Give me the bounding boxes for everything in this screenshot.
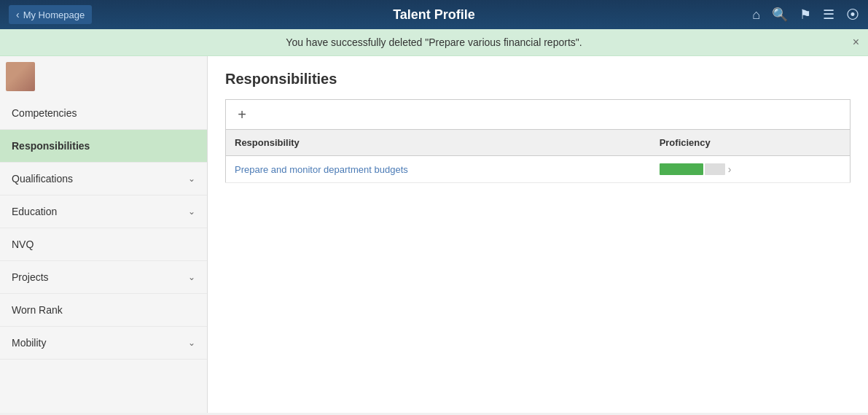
bar-filled: [660, 163, 703, 175]
sidebar-item-competencies[interactable]: Competencies: [0, 97, 207, 130]
search-icon[interactable]: 🔍: [772, 7, 788, 23]
section-title: Responsibilities: [225, 71, 851, 88]
add-responsibility-button[interactable]: +: [227, 101, 257, 128]
avatar: [6, 62, 35, 91]
back-button[interactable]: ‹ My Homepage: [9, 5, 92, 24]
sidebar-label-competencies: Competencies: [12, 107, 77, 119]
nav-icons: ⌂ 🔍 ⚑ ☰ ⦿: [752, 7, 859, 23]
sidebar-item-projects[interactable]: Projects ⌄: [0, 261, 207, 294]
proficiency-cell: ›: [651, 156, 851, 183]
proficiency-bar-container: ›: [660, 163, 841, 175]
table-row[interactable]: Prepare and monitor department budgets ›: [226, 156, 851, 183]
sidebar-item-education[interactable]: Education ⌄: [0, 195, 207, 228]
sidebar-label-nvq: NVQ: [12, 238, 34, 250]
menu-icon[interactable]: ☰: [823, 7, 834, 23]
top-nav: ‹ My Homepage Talent Profile ⌂ 🔍 ⚑ ☰ ⦿: [0, 0, 868, 29]
sidebar-label-worn-rank: Worn Rank: [12, 304, 63, 316]
chevron-down-icon: ⌄: [188, 206, 195, 217]
bar-empty: [705, 163, 725, 175]
chevron-down-icon: ⌄: [188, 174, 195, 184]
back-arrow-icon: ‹: [16, 9, 20, 20]
sidebar-label-responsibilities: Responsibilities: [12, 140, 90, 152]
page-title: Talent Profile: [393, 7, 475, 23]
back-label: My Homepage: [23, 9, 85, 20]
sidebar-label-qualifications: Qualifications: [12, 173, 73, 185]
row-chevron-icon: ›: [728, 163, 732, 175]
sidebar-label-education: Education: [12, 206, 57, 217]
compass-icon[interactable]: ⦿: [846, 7, 859, 23]
chevron-down-icon: ⌄: [188, 338, 195, 348]
success-banner: You have successfully deleted "Prepare v…: [0, 29, 868, 56]
responsibilities-table: Responsibility Proficiency Prepare and m…: [225, 129, 851, 183]
success-message: You have successfully deleted "Prepare v…: [286, 36, 582, 48]
col-header-responsibility: Responsibility: [226, 130, 651, 156]
table-header-row: Responsibility Proficiency: [226, 130, 851, 156]
sidebar-item-qualifications[interactable]: Qualifications ⌄: [0, 163, 207, 195]
sidebar-item-responsibilities[interactable]: Responsibilities: [0, 130, 207, 163]
sidebar-item-nvq[interactable]: NVQ: [0, 228, 207, 261]
content-area: Responsibilities + Responsibility Profic…: [208, 56, 868, 413]
responsibility-cell: Prepare and monitor department budgets: [226, 156, 651, 183]
nav-left: ‹ My Homepage: [9, 5, 92, 24]
close-banner-button[interactable]: ×: [853, 36, 859, 49]
responsibility-link[interactable]: Prepare and monitor department budgets: [235, 164, 408, 175]
chevron-down-icon: ⌄: [188, 272, 195, 282]
main-layout: Competencies Responsibilities Qualificat…: [0, 56, 868, 413]
add-button-row: +: [225, 99, 851, 129]
sidebar-item-mobility[interactable]: Mobility ⌄: [0, 327, 207, 360]
sidebar-item-worn-rank[interactable]: Worn Rank: [0, 294, 207, 327]
sidebar-label-projects: Projects: [12, 271, 49, 283]
col-header-proficiency: Proficiency: [651, 130, 851, 156]
proficiency-bar: [660, 163, 725, 175]
flag-icon[interactable]: ⚑: [799, 7, 811, 23]
sidebar-label-mobility: Mobility: [12, 337, 46, 349]
sidebar: Competencies Responsibilities Qualificat…: [0, 56, 208, 413]
avatar-image: [6, 62, 35, 91]
home-icon[interactable]: ⌂: [752, 7, 760, 23]
